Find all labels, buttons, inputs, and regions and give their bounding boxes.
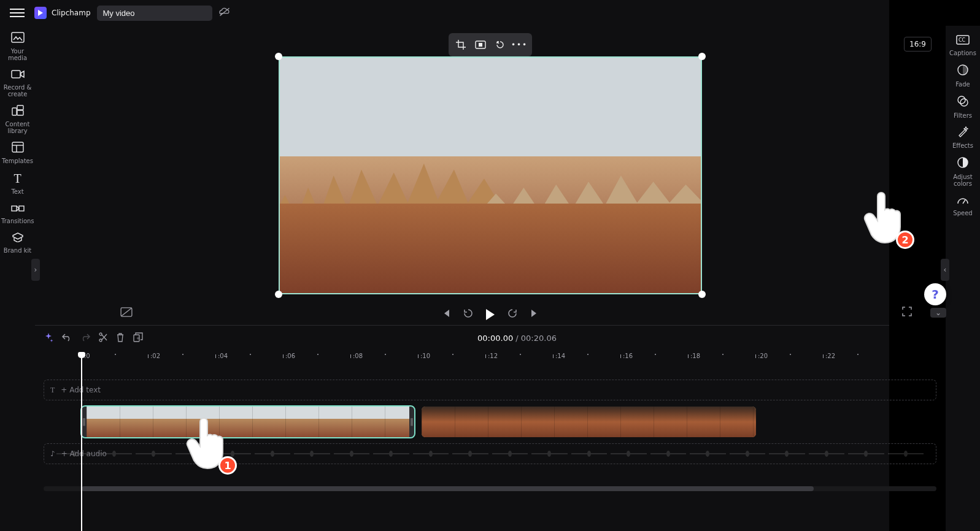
- video-clip-1[interactable]: ‖ ‖: [82, 407, 414, 437]
- crop-button[interactable]: [452, 36, 469, 53]
- ruler-tick: :02: [148, 353, 160, 359]
- scrollbar-thumb[interactable]: [82, 486, 814, 491]
- ruler-tick: :22: [823, 353, 835, 359]
- svg-rect-10: [19, 206, 24, 211]
- preview-artwork: [280, 204, 701, 293]
- rail-your-media[interactable]: Your media: [0, 32, 35, 61]
- project-title-input[interactable]: [97, 6, 212, 21]
- rail-speed[interactable]: Speed: [946, 194, 981, 216]
- svg-rect-5: [17, 110, 23, 115]
- captions-icon: CC: [946, 34, 981, 47]
- rail-fade[interactable]: Fade: [946, 64, 981, 88]
- rail-label: Brand kit: [0, 247, 35, 254]
- ruler-dot: [115, 354, 116, 355]
- playhead[interactable]: [81, 354, 82, 531]
- ruler-dot: [385, 354, 386, 355]
- skip-forward-button[interactable]: [530, 308, 540, 321]
- text-icon: T: [50, 386, 55, 395]
- delete-button[interactable]: [116, 332, 125, 344]
- ruler-tick: :20: [755, 353, 768, 359]
- templates-icon: [0, 142, 35, 155]
- duplicate-icon: +: [133, 332, 143, 342]
- svg-rect-9: [12, 206, 17, 211]
- adjust-colors-icon: [946, 156, 981, 171]
- video-clip-2[interactable]: [422, 407, 756, 437]
- sparkle-icon: [44, 332, 53, 342]
- svg-line-0: [220, 8, 229, 15]
- undo-button[interactable]: [62, 333, 72, 343]
- rail-captions[interactable]: CC Captions: [946, 34, 981, 56]
- effects-icon: [946, 126, 981, 140]
- svg-rect-4: [17, 105, 23, 110]
- skip-back-button[interactable]: [441, 308, 450, 321]
- timeline-tracks: T + Add text ‖ ‖ ♪ + Add audio: [44, 380, 936, 470]
- play-button[interactable]: [486, 309, 495, 320]
- scissors-icon: [99, 332, 107, 342]
- ruler-dot: [857, 354, 858, 355]
- timecode-current: 00:00.00: [477, 334, 513, 343]
- timeline-ruler[interactable]: :0 :02 :04 :06 :08 :10 :12 :14 :16 :18: [44, 350, 936, 367]
- rail-effects[interactable]: Effects: [946, 126, 981, 149]
- ruler-tick: :06: [283, 353, 295, 359]
- clip-trim-right[interactable]: ‖: [409, 407, 414, 437]
- fit-button[interactable]: [472, 36, 489, 53]
- left-rail: Your media Record & create Content libra…: [0, 26, 35, 531]
- split-button[interactable]: [99, 332, 107, 344]
- aspect-ratio-button[interactable]: 16:9: [904, 37, 932, 52]
- panel-collapse-button[interactable]: ⌄: [930, 308, 946, 318]
- timecode: 00:00.00 / 00:20.06: [152, 334, 882, 343]
- pip-button[interactable]: [492, 36, 509, 53]
- rail-adjust-colors[interactable]: Adjust colors: [946, 156, 981, 187]
- timeline-panel: + 00:00.00 / 00:20.06 :0 :02 :04 :06: [35, 325, 945, 531]
- ruler-dot: [790, 354, 791, 355]
- ruler-tick: :04: [215, 353, 228, 359]
- resize-handle-tl[interactable]: [275, 53, 282, 60]
- text-track[interactable]: T + Add text: [44, 380, 936, 400]
- pip-icon: [495, 40, 505, 50]
- rail-label: Text: [0, 188, 35, 195]
- rail-label: Effects: [946, 142, 981, 149]
- rail-label: Captions: [946, 50, 981, 56]
- rail-brand-kit[interactable]: Brand kit: [0, 232, 35, 254]
- rail-filters[interactable]: Filters: [946, 95, 981, 119]
- help-button[interactable]: ?: [924, 283, 946, 305]
- rail-transitions[interactable]: Transitions: [0, 202, 35, 224]
- ruler-dot: [587, 354, 588, 355]
- menu-button[interactable]: [10, 9, 25, 17]
- magic-button[interactable]: [44, 332, 53, 344]
- skip-forward-icon: [530, 308, 540, 318]
- ruler-tick: :14: [553, 353, 565, 359]
- rewind-button[interactable]: [463, 308, 474, 321]
- audio-waveform-placeholder: [44, 444, 936, 464]
- resize-handle-bl[interactable]: [275, 291, 282, 298]
- ruler-dot: [722, 354, 723, 355]
- svg-rect-12: [479, 43, 482, 47]
- fullscreen-button[interactable]: [901, 306, 912, 319]
- resize-handle-br[interactable]: [698, 291, 706, 298]
- cloud-off-icon[interactable]: [218, 7, 231, 19]
- video-preview[interactable]: [279, 56, 702, 294]
- rail-content-library[interactable]: Content library: [0, 105, 35, 134]
- rail-label: Content library: [0, 121, 35, 134]
- clip-trim-left[interactable]: ‖: [82, 407, 87, 437]
- right-rail-collapse[interactable]: ‹: [941, 259, 949, 281]
- rail-text[interactable]: T Text: [0, 172, 35, 195]
- forward-button[interactable]: [507, 308, 518, 321]
- duplicate-button[interactable]: +: [133, 332, 143, 344]
- timeline-scrollbar[interactable]: [44, 486, 936, 491]
- filters-icon: [946, 95, 981, 110]
- rail-record-create[interactable]: Record & create: [0, 69, 35, 97]
- more-button[interactable]: •••: [511, 36, 528, 53]
- rail-label: Filters: [946, 112, 981, 119]
- svg-rect-6: [12, 142, 23, 152]
- rewind-icon: [463, 308, 474, 319]
- audio-track[interactable]: ♪ + Add audio: [44, 443, 936, 464]
- svg-rect-2: [12, 71, 20, 78]
- ruler-dot: [182, 354, 183, 355]
- redo-button[interactable]: [80, 333, 90, 343]
- ruler-dot: [250, 354, 251, 355]
- toggle-overlay-button[interactable]: [120, 307, 133, 319]
- resize-handle-tr[interactable]: [698, 53, 706, 60]
- rail-templates[interactable]: Templates: [0, 142, 35, 164]
- app-logo[interactable]: Clipchamp: [34, 7, 91, 19]
